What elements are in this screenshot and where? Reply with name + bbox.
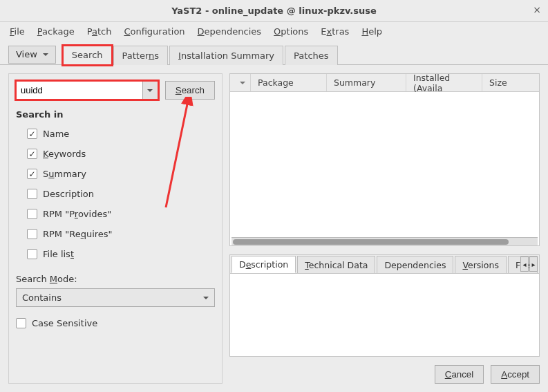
tab-patterns-label: Patterns: [122, 50, 160, 61]
checkbox-rpm-provides-label: RPM "Provides": [43, 209, 111, 219]
menu-configuration[interactable]: Configuration: [124, 26, 185, 37]
col-summary[interactable]: Summary: [327, 74, 406, 91]
search-in-label: Search in: [16, 109, 215, 120]
checkbox-name-label: Name: [43, 129, 69, 139]
detail-tab-next[interactable]: ▸: [529, 256, 538, 272]
tab-patches[interactable]: Patches: [285, 46, 337, 65]
checkbox-file-list-label: File list: [43, 249, 74, 259]
results-panel: Package Summary Installed (Availa Size D…: [229, 73, 540, 384]
checkbox-rpm-provides-row[interactable]: RPM "Provides": [27, 209, 215, 219]
view-button-label: View: [16, 49, 37, 59]
checkbox-rpm-requires-label: RPM "Requires": [43, 229, 113, 239]
checkbox-rpm-requires-row[interactable]: RPM "Requires": [27, 229, 215, 239]
tab-installation-summary-label: Installation Summary: [178, 50, 274, 61]
tab-patterns[interactable]: Patterns: [113, 46, 169, 65]
checkbox-file-list-row[interactable]: File list: [27, 249, 215, 259]
tab-patches-label: Patches: [294, 50, 328, 61]
search-input[interactable]: [16, 81, 143, 100]
chevron-down-icon: [203, 297, 209, 302]
col-package[interactable]: Package: [251, 74, 327, 91]
search-button[interactable]: Search: [165, 81, 215, 100]
col-size[interactable]: Size: [482, 74, 539, 91]
detail-tabs: Description Technical Data Dependencies …: [229, 254, 540, 274]
close-icon[interactable]: ×: [533, 4, 541, 15]
col-installed[interactable]: Installed (Availa: [406, 74, 482, 91]
horizontal-scrollbar[interactable]: [232, 237, 538, 245]
menu-dependencies[interactable]: Dependencies: [198, 26, 262, 37]
detail-tab-description[interactable]: Description: [232, 256, 296, 273]
checkbox-summary-label: Summary: [43, 169, 86, 179]
checkbox-keywords[interactable]: [27, 149, 37, 159]
main-tabs-row: View Search Patterns Installation Summar…: [0, 41, 548, 65]
checkbox-case-sensitive[interactable]: [16, 318, 26, 328]
cancel-button[interactable]: Cancel: [435, 365, 484, 384]
detail-tab-dependencies-label: Dependencies: [384, 260, 446, 270]
checkbox-file-list[interactable]: [27, 249, 37, 259]
checkbox-case-sensitive-row[interactable]: Case Sensitive: [16, 318, 215, 328]
checkbox-summary-row[interactable]: Summary: [27, 169, 215, 179]
package-table: Package Summary Installed (Availa Size: [229, 73, 540, 246]
menu-options[interactable]: Options: [274, 26, 308, 37]
checkbox-description[interactable]: [27, 189, 37, 199]
accept-button-label: Accept: [501, 369, 529, 380]
search-mode-value: Contains: [22, 292, 62, 303]
scrollbar-thumb[interactable]: [233, 239, 509, 245]
menubar: File Package Patch Configuration Depende…: [0, 22, 548, 41]
checkbox-keywords-label: Keywords: [43, 149, 86, 159]
menu-package[interactable]: Package: [37, 26, 75, 37]
bottom-buttons: Cancel Accept: [229, 365, 540, 384]
detail-tab-dependencies[interactable]: Dependencies: [377, 256, 453, 273]
tab-search-label: Search: [72, 50, 103, 60]
checkbox-description-row[interactable]: Description: [27, 189, 215, 199]
col-sort[interactable]: [230, 74, 251, 91]
search-mode-select[interactable]: Contains: [16, 288, 215, 307]
detail-tab-technical[interactable]: Technical Data: [297, 256, 375, 273]
checkbox-rpm-requires[interactable]: [27, 229, 37, 239]
tab-search[interactable]: Search: [63, 46, 112, 65]
checkbox-keywords-row[interactable]: Keywords: [27, 149, 215, 159]
view-button[interactable]: View: [8, 46, 56, 64]
search-panel: Search Search in Name Keywords Summary D…: [8, 73, 223, 384]
checkbox-case-sensitive-label: Case Sensitive: [32, 318, 97, 328]
search-combo[interactable]: [16, 81, 158, 100]
cancel-button-label: Cancel: [445, 369, 474, 380]
search-button-label: Search: [176, 85, 205, 95]
triangle-down-icon: [240, 82, 245, 87]
table-body[interactable]: [230, 92, 539, 237]
accept-button[interactable]: Accept: [491, 365, 540, 384]
chevron-down-icon: [43, 53, 48, 59]
detail-tab-technical-label: Technical Data: [305, 260, 368, 270]
checkbox-name-row[interactable]: Name: [27, 129, 215, 139]
checkbox-description-label: Description: [43, 189, 94, 199]
checkbox-rpm-provides[interactable]: [27, 209, 37, 219]
menu-patch[interactable]: Patch: [87, 26, 112, 37]
menu-extras[interactable]: Extras: [321, 26, 349, 37]
window-title: YaST2 - online_update @ linux-pkzv.suse: [171, 6, 377, 16]
menu-help[interactable]: Help: [361, 26, 382, 37]
menu-file[interactable]: File: [10, 26, 25, 37]
titlebar: YaST2 - online_update @ linux-pkzv.suse …: [0, 0, 548, 22]
tab-installation-summary[interactable]: Installation Summary: [169, 46, 283, 65]
search-dropdown-toggle[interactable]: [143, 81, 158, 100]
chevron-down-icon: [147, 89, 153, 95]
detail-body[interactable]: [229, 274, 540, 357]
table-header: Package Summary Installed (Availa Size: [230, 74, 539, 92]
detail-tab-prev[interactable]: ◂: [520, 256, 529, 272]
checkbox-summary[interactable]: [27, 169, 37, 179]
checkbox-name[interactable]: [27, 129, 37, 139]
detail-tab-description-label: Description: [239, 259, 288, 270]
search-mode-label: Search Mode:: [16, 274, 215, 284]
detail-tab-versions-label: Versions: [462, 260, 499, 270]
content-area: Search Search in Name Keywords Summary D…: [0, 65, 548, 392]
detail-tab-versions[interactable]: Versions: [455, 256, 507, 273]
detail-tab-nav: ◂ ▸: [520, 256, 538, 272]
